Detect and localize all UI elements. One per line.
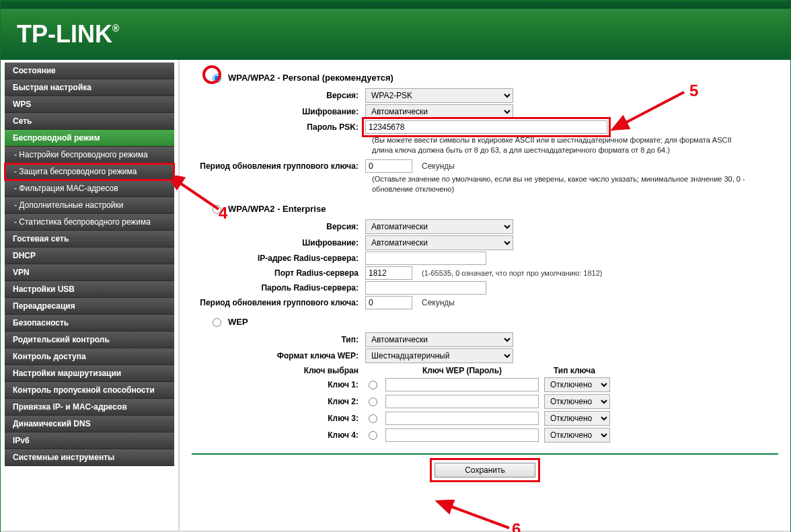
label-personal-encryption: Шифрование: — [192, 107, 365, 116]
content-area: WPA/WPA2 - Personal (рекомендуется) Верс… — [178, 60, 790, 531]
select-wep-fmt[interactable]: Шестнадцатеричный — [365, 348, 513, 363]
select-personal-version[interactable]: WPA2-PSK — [365, 88, 513, 103]
wep-key-type-1[interactable]: Отключено — [544, 377, 610, 392]
label-wep-fmt: Формат ключа WEP: — [192, 351, 365, 360]
section-title-wep: WEP — [228, 317, 248, 327]
sidebar-item-16[interactable]: Родительский контроль — [5, 332, 174, 348]
label-psk: Пароль PSK: — [192, 122, 365, 132]
wep-key-input-4[interactable] — [385, 428, 539, 442]
wep-key-radio-1[interactable] — [369, 381, 377, 389]
radio-wep[interactable] — [213, 318, 221, 327]
window-top-bar — [1, 1, 790, 9]
brand-logo: TP-LINK® — [17, 20, 119, 48]
wep-key-row-2: Ключ 2:Отключено — [192, 394, 778, 409]
note-psk: (Вы можете ввести символы в кодировке AS… — [372, 135, 749, 155]
label-radius-ip: IP-адрес Radius-сервера: — [192, 254, 365, 263]
sidebar-item-15[interactable]: Безопасность — [5, 315, 174, 332]
sidebar-item-21[interactable]: Динамический DNS — [5, 416, 174, 432]
wep-key-input-3[interactable] — [385, 412, 539, 425]
sidebar-item-9[interactable]: - Статистика беспроводного режима — [5, 214, 174, 231]
label-ent-version: Версия: — [192, 222, 365, 231]
wep-key-radio-3[interactable] — [369, 414, 377, 423]
radio-wpa-enterprise[interactable] — [213, 205, 221, 214]
sidebar-item-19[interactable]: Контроль пропускной способности — [5, 382, 174, 399]
note-personal-group: (Оставьте значение по умолчанию, если вы… — [372, 174, 749, 194]
sidebar-item-23[interactable]: Системные инструменты — [5, 449, 174, 466]
sidebar-item-5[interactable]: - Настройки беспроводного режима — [5, 147, 174, 163]
unit-ent-group: Секунды — [422, 298, 455, 307]
anno-label-6: 6 — [512, 520, 521, 532]
label-ent-group: Период обновления группового ключа: — [192, 298, 365, 307]
wep-key-row-1: Ключ 1:Отключено — [192, 377, 778, 392]
sidebar-item-6[interactable]: - Защита беспроводного режима — [5, 163, 174, 180]
wep-key-type-3[interactable]: Отключено — [544, 411, 610, 426]
input-personal-group[interactable] — [365, 159, 412, 173]
wep-key-label-3: Ключ 3: — [192, 414, 365, 423]
wep-key-label-1: Ключ 1: — [192, 380, 365, 389]
sidebar-item-22[interactable]: IPv6 — [5, 432, 174, 449]
input-radius-pw[interactable] — [365, 281, 486, 295]
sidebar-item-13[interactable]: Настройки USB — [5, 281, 174, 298]
col-wep-selected: Ключ выбран — [192, 366, 365, 375]
sidebar-item-8[interactable]: - Дополнительные настройки — [5, 197, 174, 214]
sidebar-item-4[interactable]: Беспроводной режим — [5, 130, 174, 147]
input-radius-port[interactable] — [365, 266, 412, 280]
sidebar-item-3[interactable]: Сеть — [5, 113, 174, 130]
wep-key-input-1[interactable] — [385, 378, 539, 391]
col-wep-type: Тип ключа — [539, 366, 610, 375]
sidebar-item-11[interactable]: DHCP — [5, 248, 174, 264]
sidebar-item-14[interactable]: Переадресация — [5, 298, 174, 315]
col-wep-password: Ключ WEP (Пароль) — [385, 366, 539, 375]
wep-key-radio-4[interactable] — [369, 431, 377, 440]
section-title-personal: WPA/WPA2 - Personal (рекомендуется) — [228, 73, 393, 83]
wep-key-label-2: Ключ 2: — [192, 397, 365, 406]
wep-key-input-2[interactable] — [385, 395, 539, 408]
unit-personal-group: Секунды — [422, 161, 455, 171]
select-wep-type[interactable]: Автоматически — [365, 332, 513, 347]
sidebar-item-0[interactable]: Состояние — [5, 63, 174, 79]
sidebar-item-1[interactable]: Быстрая настройка — [5, 79, 174, 96]
radio-wpa-personal[interactable] — [213, 74, 221, 83]
label-personal-group: Период обновления группового ключа: — [192, 161, 365, 171]
wep-key-row-3: Ключ 3:Отключено — [192, 411, 778, 426]
label-personal-version: Версия: — [192, 91, 365, 100]
label-radius-port: Порт Radius-сервера — [192, 268, 365, 278]
label-wep-type: Тип: — [192, 335, 365, 344]
wep-key-label-4: Ключ 4: — [192, 430, 365, 440]
select-ent-encryption[interactable]: Автоматически — [365, 235, 513, 250]
label-radius-pw: Пароль Radius-сервера: — [192, 283, 365, 293]
sidebar-item-10[interactable]: Гостевая сеть — [5, 231, 174, 248]
wep-key-type-4[interactable]: Отключено — [544, 428, 610, 443]
wep-key-radio-2[interactable] — [369, 397, 377, 406]
input-ent-group[interactable] — [365, 296, 412, 309]
save-button[interactable]: Сохранить — [435, 463, 535, 478]
section-title-enterprise: WPA/WPA2 - Enterprise — [228, 204, 326, 214]
select-ent-version[interactable]: Автоматически — [365, 219, 513, 234]
input-radius-ip[interactable] — [365, 252, 486, 265]
sidebar-item-20[interactable]: Привязка IP- и MAC-адресов — [5, 399, 174, 416]
svg-line-2 — [447, 505, 509, 528]
sidebar-item-12[interactable]: VPN — [5, 264, 174, 281]
sidebar-item-2[interactable]: WPS — [5, 96, 174, 113]
wep-key-row-4: Ключ 4:Отключено — [192, 428, 778, 443]
label-ent-encryption: Шифрование: — [192, 238, 365, 248]
sidebar: СостояниеБыстрая настройкаWPSСетьБеспров… — [1, 60, 178, 531]
note-radius-port: (1-65535, 0 означает, что порт про умолч… — [422, 269, 603, 277]
sidebar-item-18[interactable]: Настройки маршрутизации — [5, 365, 174, 382]
header: TP-LINK® — [1, 9, 790, 60]
divider — [192, 453, 778, 455]
sidebar-item-17[interactable]: Контроль доступа — [5, 348, 174, 365]
sidebar-item-7[interactable]: - Фильтрация MAC-адресов — [5, 180, 174, 197]
select-personal-encryption[interactable]: Автоматически — [365, 104, 513, 119]
wep-key-type-2[interactable]: Отключено — [544, 394, 610, 409]
input-psk-password[interactable] — [365, 120, 607, 134]
